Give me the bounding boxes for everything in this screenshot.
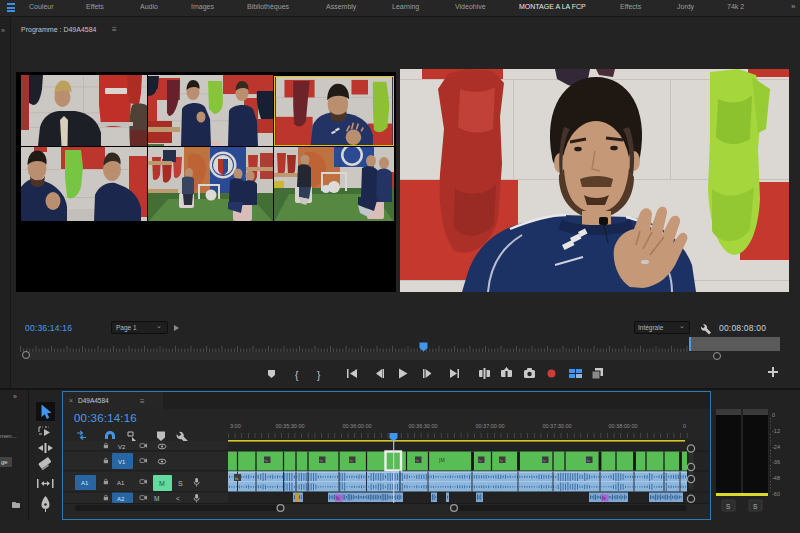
svg-text:A1: A1	[117, 480, 125, 486]
svg-text:00:35:30:00: 00:35:30:00	[275, 423, 304, 429]
svg-text:00:38:00:00: 00:38:00:00	[608, 423, 637, 429]
svg-text:D49A4584: D49A4584	[78, 397, 109, 404]
svg-text:S: S	[726, 503, 731, 510]
svg-text:00:37:00:00: 00:37:00:00	[475, 423, 504, 429]
svg-text:00:36:14:16: 00:36:14:16	[74, 412, 137, 424]
svg-text:≡: ≡	[140, 397, 145, 406]
svg-text:S: S	[178, 480, 183, 487]
svg-text:-24: -24	[772, 444, 780, 450]
svg-text:V2: V2	[118, 444, 126, 450]
svg-text:00:36:00:00: 00:36:00:00	[342, 423, 371, 429]
svg-text:A2: A2	[117, 496, 125, 502]
svg-text:0: 0	[683, 423, 686, 429]
svg-text:}: }	[317, 370, 321, 381]
svg-text:{: {	[295, 370, 299, 381]
svg-text:V1: V1	[118, 459, 126, 465]
svg-text:S: S	[753, 503, 758, 510]
svg-text:3:00: 3:00	[230, 423, 241, 429]
svg-text:<: <	[176, 495, 180, 502]
svg-text:00:37:30:00: 00:37:30:00	[542, 423, 571, 429]
svg-text:[M: [M	[439, 457, 445, 463]
svg-text:-36: -36	[772, 459, 780, 465]
svg-text:M: M	[159, 480, 165, 487]
svg-text:00:36:30:00: 00:36:30:00	[408, 423, 437, 429]
svg-text:-60: -60	[772, 491, 780, 497]
svg-text:A1: A1	[81, 480, 89, 486]
svg-text:-12: -12	[772, 428, 780, 434]
svg-text:-48: -48	[772, 475, 780, 481]
svg-text:×: ×	[69, 397, 73, 404]
svg-text:0: 0	[772, 412, 775, 418]
svg-text:M: M	[154, 495, 159, 502]
